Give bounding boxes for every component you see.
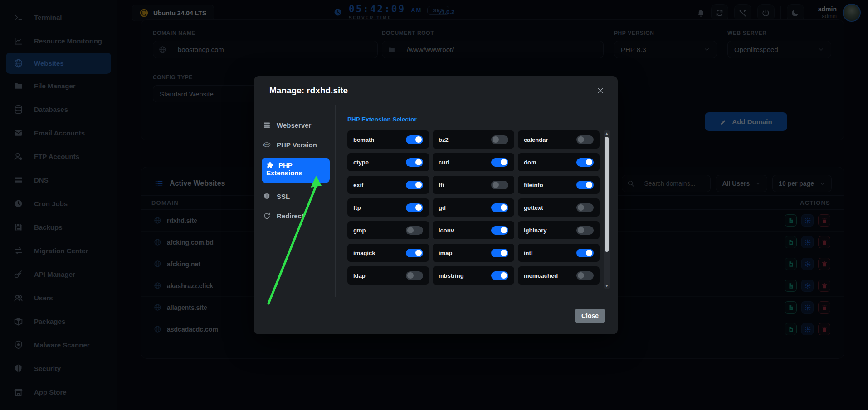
close-icon[interactable]: [596, 86, 605, 95]
extension-toggle[interactable]: [576, 181, 594, 189]
extension-label: gd: [439, 204, 446, 211]
scroll-up-icon[interactable]: ▲: [604, 130, 610, 136]
extension-igbinary: igbinary: [518, 221, 600, 239]
extension-label: exif: [353, 182, 363, 188]
extension-ctype: ctype: [347, 153, 429, 171]
extension-label: ldap: [353, 272, 366, 279]
redo-icon: [263, 212, 271, 220]
extension-gd: gd: [433, 198, 514, 217]
extension-label: imap: [439, 250, 452, 256]
extension-intl: intl: [518, 244, 600, 262]
svg-text:php: php: [264, 143, 269, 146]
extension-imap: imap: [433, 244, 514, 262]
extension-toggle[interactable]: [491, 226, 508, 235]
tab-label: SSL: [277, 193, 290, 200]
extension-toggle[interactable]: [406, 271, 423, 280]
tab-redirect[interactable]: Redirect: [263, 209, 328, 222]
extension-toggle[interactable]: [576, 226, 594, 235]
extension-bcmath: bcmath: [347, 130, 429, 149]
puzzle-icon: [266, 161, 274, 169]
scrollbar[interactable]: ▲ ▼: [604, 130, 610, 289]
app-window: TerminalResource MonitoringWebsitesFile …: [0, 0, 868, 410]
extension-label: curl: [439, 159, 449, 166]
close-button[interactable]: Close: [575, 309, 605, 323]
tab-label: Webserver: [277, 121, 311, 129]
extension-label: gettext: [524, 204, 543, 211]
extensions-grid: bcmathbz2calendarctypecurldomexifffifile…: [347, 130, 600, 285]
tab-php-extensions[interactable]: PHP Extensions: [262, 158, 330, 183]
extension-ffi: ffi: [433, 176, 514, 194]
extension-bz2: bz2: [433, 130, 514, 149]
extension-label: bz2: [439, 136, 449, 143]
extension-toggle[interactable]: [576, 271, 594, 280]
extension-gmp: gmp: [347, 221, 429, 239]
extension-label: bcmath: [353, 136, 374, 143]
extension-calendar: calendar: [518, 130, 600, 149]
php-icon: php: [263, 141, 271, 149]
extension-toggle[interactable]: [576, 135, 594, 144]
scroll-down-icon[interactable]: ▼: [604, 283, 610, 289]
extension-toggle[interactable]: [576, 158, 594, 167]
extension-toggle[interactable]: [406, 181, 423, 189]
extension-label: ctype: [353, 159, 369, 166]
extension-memcached: memcached: [518, 266, 600, 285]
extension-label: dom: [524, 159, 536, 166]
extension-exif: exif: [347, 176, 429, 194]
tab-php-version[interactable]: phpPHP Version: [263, 138, 328, 151]
modal-title: Manage: rdxhd.site: [269, 86, 348, 96]
extension-toggle[interactable]: [491, 135, 508, 144]
tab-label: PHP Version: [277, 141, 317, 149]
extension-imagick: imagick: [347, 244, 429, 262]
extension-toggle[interactable]: [406, 203, 423, 212]
extension-curl: curl: [433, 153, 514, 171]
extension-ftp: ftp: [347, 198, 429, 217]
extension-mbstring: mbstring: [433, 266, 514, 285]
extension-label: igbinary: [524, 227, 547, 234]
tab-ssl[interactable]: SSL: [263, 190, 328, 203]
server-icon: [263, 121, 271, 129]
extension-fileinfo: fileinfo: [518, 176, 600, 194]
extension-toggle[interactable]: [491, 271, 508, 280]
extension-toggle[interactable]: [491, 181, 508, 189]
extension-toggle[interactable]: [576, 249, 594, 257]
extension-dom: dom: [518, 153, 600, 171]
section-title: PHP Extension Selector: [347, 116, 618, 123]
extension-toggle[interactable]: [576, 203, 594, 212]
shield-icon: [263, 193, 271, 200]
extension-iconv: iconv: [433, 221, 514, 239]
extension-ldap: ldap: [347, 266, 429, 285]
tab-label: Redirect: [277, 212, 304, 220]
extension-label: imagick: [353, 250, 375, 256]
extension-label: memcached: [524, 272, 558, 279]
extension-label: mbstring: [439, 272, 464, 279]
manage-site-modal: Manage: rdxhd.site WebserverphpPHP Versi…: [254, 76, 618, 334]
scrollbar-thumb[interactable]: [605, 137, 609, 252]
extension-label: iconv: [439, 227, 454, 234]
extension-label: gmp: [353, 227, 366, 234]
extension-toggle[interactable]: [406, 226, 423, 235]
extension-toggle[interactable]: [406, 135, 423, 144]
extension-toggle[interactable]: [491, 203, 508, 212]
extension-gettext: gettext: [518, 198, 600, 217]
extension-label: calendar: [524, 136, 548, 143]
modal-tabs: WebserverphpPHP VersionPHP ExtensionsSSL…: [254, 105, 336, 297]
extension-toggle[interactable]: [406, 249, 423, 257]
extension-toggle[interactable]: [491, 158, 508, 167]
extension-label: ftp: [353, 204, 361, 211]
extension-label: intl: [524, 250, 533, 256]
extension-toggle[interactable]: [406, 158, 423, 167]
php-extensions-panel: PHP Extension Selector bcmathbz2calendar…: [336, 105, 618, 297]
extension-label: ffi: [439, 182, 444, 188]
tab-webserver[interactable]: Webserver: [263, 119, 328, 131]
extension-toggle[interactable]: [491, 249, 508, 257]
extension-label: fileinfo: [524, 182, 543, 188]
